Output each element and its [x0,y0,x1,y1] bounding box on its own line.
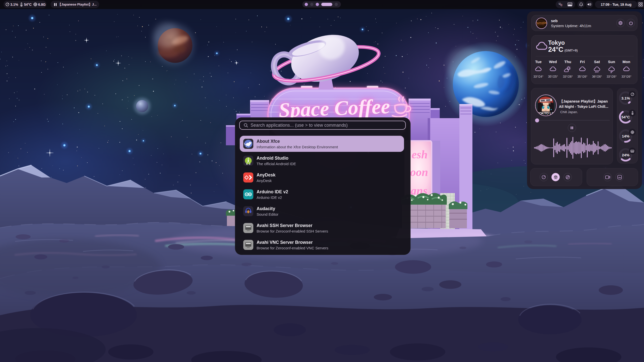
svg-text:U: U [559,3,560,5]
svg-text:oon: oon [410,166,428,178]
svg-text:C: C [560,4,562,7]
svg-text:esh: esh [412,148,428,161]
svg-text:TOKYO LO: TOKYO LO [537,111,554,115]
